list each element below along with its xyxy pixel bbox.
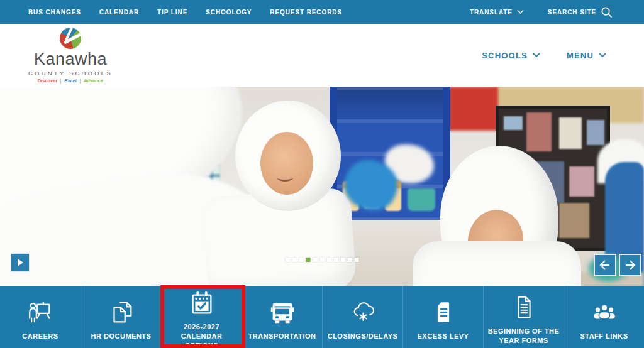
top-link-tip-line[interactable]: TIP LINE <box>157 9 187 16</box>
hero-photo-shape <box>364 178 380 209</box>
tagline-word: Excel <box>60 79 80 84</box>
tile-label: BEGINNING OF THE YEAR FORMS <box>487 327 560 345</box>
carousel-dot[interactable] <box>292 258 297 262</box>
header-nav: SCHOOLS MENU <box>482 51 606 60</box>
carousel-dot[interactable] <box>341 258 345 262</box>
menu-label: MENU <box>567 51 594 60</box>
hero-photo-shape <box>74 87 220 273</box>
top-link-schoology[interactable]: SCHOOLOGY <box>206 9 252 16</box>
site-header: Kanawha COUNTY SCHOOLS Discover Excel Ad… <box>0 24 644 87</box>
carousel-dot[interactable] <box>327 258 331 262</box>
top-link-request-records[interactable]: REQUEST RECORDS <box>270 9 342 16</box>
hero-photo-shape <box>496 106 610 251</box>
play-button[interactable] <box>11 253 30 272</box>
tile-beginning-year-forms[interactable]: BEGINNING OF THE YEAR FORMS <box>483 286 564 348</box>
schools-label: SCHOOLS <box>482 51 528 60</box>
arrow-right-icon <box>623 258 637 272</box>
tile-calendar-options[interactable]: 2026-2027 CALENDAR OPTIONS <box>161 286 242 348</box>
hero-photo-shape <box>202 187 357 286</box>
tile-label: STAFF LINKS <box>580 332 628 341</box>
tile-careers[interactable]: CAREERS <box>0 286 80 348</box>
page: BUS CHANGES CALENDAR TIP LINE SCHOOLOGY … <box>0 0 644 348</box>
hero-photo-shape <box>510 156 531 189</box>
hero-photo-shape <box>518 197 550 234</box>
hero-photo-shape <box>0 87 267 285</box>
hero-carousel <box>0 87 644 286</box>
hero-photo-shape <box>0 154 283 286</box>
hero-photo-shape <box>408 188 435 211</box>
carousel-dots <box>286 258 359 262</box>
tile-staff-links[interactable]: STAFF LINKS <box>564 286 644 348</box>
chevron-down-icon <box>533 53 540 58</box>
hero-photo-shape <box>330 87 450 220</box>
tile-label: CLOSINGS/DELAYS <box>328 332 398 341</box>
tile-label: HR DOCUMENTS <box>91 332 152 341</box>
snow-cloud-icon <box>348 298 377 327</box>
carousel-dot[interactable] <box>286 258 290 262</box>
carousel-dot[interactable] <box>334 258 338 262</box>
next-slide-button[interactable] <box>619 254 641 276</box>
district-logo[interactable]: Kanawha COUNTY SCHOOLS Discover Excel Ad… <box>28 28 113 84</box>
hero-photo-shape <box>464 206 527 276</box>
translate-label: TRANSLATE <box>470 9 513 16</box>
play-icon <box>18 259 23 266</box>
hero-photo-shape <box>385 181 401 211</box>
search-icon <box>601 6 613 18</box>
carousel-dot[interactable] <box>313 258 318 262</box>
search-site-button[interactable]: SEARCH SITE <box>548 6 613 18</box>
menu-dropdown[interactable]: MENU <box>567 51 606 60</box>
hero-photo-shape <box>425 87 498 131</box>
hero-photo-shape <box>559 117 582 149</box>
hero-photo-shape <box>23 103 143 210</box>
top-link-calendar[interactable]: CALENDAR <box>99 9 139 16</box>
hero-photo-shape <box>337 152 405 218</box>
hero-photo-shape <box>141 232 203 286</box>
carousel-dot-active[interactable] <box>306 258 311 262</box>
schools-dropdown[interactable]: SCHOOLS <box>482 51 540 60</box>
tagline-word: Discover <box>38 79 58 84</box>
tile-label: CAREERS <box>22 332 58 341</box>
tile-label: TRANSPORTATION <box>248 332 316 341</box>
hero-photo-shape <box>92 247 287 286</box>
hero-photo-shape <box>71 87 177 206</box>
hero-photo-shape <box>569 166 594 197</box>
carousel-dot[interactable] <box>299 258 304 262</box>
hero-photo-shape <box>277 173 293 182</box>
search-site-label: SEARCH SITE <box>548 9 596 16</box>
top-links: BUS CHANGES CALENDAR TIP LINE SCHOOLOGY … <box>28 9 342 16</box>
documents-icon <box>107 298 136 327</box>
tile-hr-documents[interactable]: HR DOCUMENTS <box>80 286 161 348</box>
quicklink-tiles: CAREERS HR DOCUMENTS 2026-2027 CALENDAR … <box>0 286 644 348</box>
hero-photo-shape <box>125 265 153 284</box>
hero-photo-shape <box>504 116 523 130</box>
chevron-down-icon <box>517 9 524 14</box>
hero-photo-shape <box>489 87 644 123</box>
hero-photo-shape <box>235 101 341 211</box>
carousel-dot[interactable] <box>348 258 352 262</box>
tile-transportation[interactable]: TRANSPORTATION <box>242 286 322 348</box>
hero-photo-shape <box>559 203 589 238</box>
levy-document-icon <box>429 298 458 327</box>
hero-photo-shape <box>440 146 558 286</box>
hero-photo-shape <box>536 161 564 203</box>
tile-closings-delays[interactable]: CLOSINGS/DELAYS <box>322 286 402 348</box>
top-link-bus-changes[interactable]: BUS CHANGES <box>28 9 81 16</box>
calendar-check-icon <box>187 288 216 317</box>
staff-icon <box>590 298 619 327</box>
previous-slide-button[interactable] <box>594 254 616 276</box>
hero-photo-shape <box>587 120 604 145</box>
arrow-left-icon <box>598 258 612 272</box>
translate-dropdown[interactable]: TRANSLATE <box>470 9 524 16</box>
carousel-dot[interactable] <box>355 258 359 262</box>
logo-tagline: Discover Excel Advance <box>38 79 104 84</box>
tagline-word: Advance <box>84 79 103 84</box>
careers-icon <box>26 298 55 327</box>
carousel-dot[interactable] <box>320 258 325 262</box>
logo-title: Kanawha <box>34 51 107 68</box>
logo-subtitle: COUNTY SCHOOLS <box>28 70 113 77</box>
hero-photo-shape <box>413 241 581 286</box>
hero-photo-shape <box>82 87 92 105</box>
hero-photo-shape <box>597 139 644 183</box>
tile-excess-levy[interactable]: EXCESS LEVY <box>402 286 483 348</box>
hero-photo-shape <box>526 112 552 151</box>
